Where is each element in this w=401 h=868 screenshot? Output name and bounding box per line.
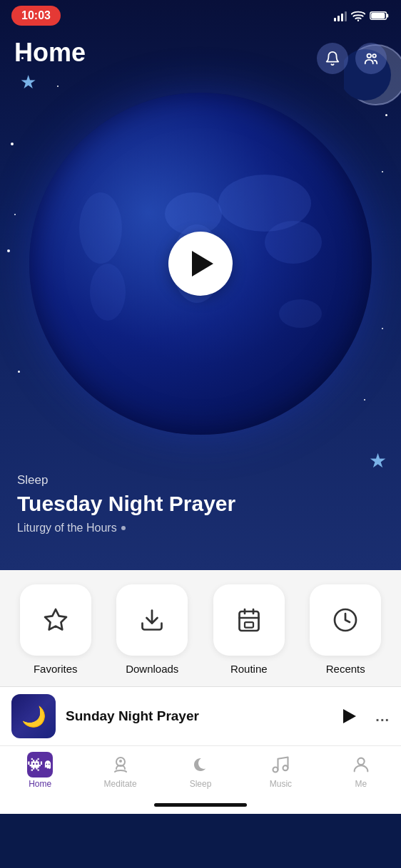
recent-more-button[interactable]: ... [375, 708, 390, 725]
svg-point-29 [357, 758, 364, 765]
dot-indicator [121, 526, 126, 530]
clock-icon [333, 607, 358, 633]
recent-item: 🌙 Sunday Night Prayer ... [0, 686, 401, 745]
me-nav-label: Me [355, 779, 367, 789]
downloads-label: Downloads [126, 663, 178, 675]
home-indicator-area [0, 795, 401, 814]
star-dot [382, 328, 383, 329]
nav-sleep[interactable]: Sleep [161, 753, 240, 789]
svg-rect-21 [245, 622, 253, 628]
sleep-icon [190, 754, 211, 775]
star-dot [385, 114, 387, 116]
page-title: Home [14, 40, 86, 66]
svg-point-24 [49, 764, 50, 765]
signal-icon [334, 10, 347, 21]
favorites-label: Favorites [34, 663, 78, 675]
home-nav-icon [27, 752, 53, 777]
svg-point-27 [273, 768, 278, 773]
play-icon [343, 709, 356, 723]
download-icon [139, 607, 165, 633]
music-icon [270, 755, 290, 775]
header: Home [0, 31, 401, 74]
svg-point-12 [79, 192, 122, 264]
now-playing-subtitle: Liturgy of the Hours [17, 522, 235, 534]
downloads-icon-box [116, 584, 188, 656]
quick-access-grid: Favorites Downloads Routine [0, 570, 401, 686]
meditate-icon [109, 753, 132, 776]
battery-icon [370, 10, 390, 21]
svg-point-13 [90, 264, 126, 321]
now-playing-info: Sleep Tuesday Night Prayer Liturgy of th… [17, 473, 235, 534]
wifi-icon [351, 10, 365, 21]
nav-meditate[interactable]: Meditate [80, 753, 160, 789]
svg-point-26 [119, 760, 122, 763]
me-icon [351, 755, 371, 775]
home-indicator [154, 803, 247, 807]
star-icon [43, 607, 68, 633]
bottom-nav: Home Meditate Sleep Mus [0, 745, 401, 795]
svg-point-23 [46, 764, 48, 765]
nav-me[interactable]: Me [321, 753, 401, 789]
group-button[interactable] [355, 43, 387, 74]
globe-sphere [29, 93, 372, 435]
group-icon [363, 51, 379, 66]
now-playing-title: Tuesday Night Prayer [17, 492, 235, 516]
recent-thumbnail: 🌙 [11, 694, 56, 738]
svg-marker-15 [45, 609, 66, 630]
routine-item[interactable]: Routine [205, 584, 293, 675]
downloads-item[interactable]: Downloads [108, 584, 197, 675]
favorites-item[interactable]: Favorites [11, 584, 100, 675]
play-button[interactable] [168, 232, 233, 296]
hero-section: ★ ★ 10:03 [0, 0, 401, 570]
header-actions [317, 43, 387, 74]
status-icons [334, 10, 390, 21]
recent-title: Sunday Night Prayer [66, 708, 327, 724]
music-nav-label: Music [270, 779, 292, 789]
play-icon [192, 251, 213, 277]
home-nav-label: Home [29, 779, 51, 789]
recent-info: Sunday Night Prayer [66, 708, 327, 724]
ghost-icon [43, 758, 53, 772]
routine-icon-box [213, 584, 285, 656]
bell-icon [325, 51, 340, 66]
recent-actions: ... [337, 703, 390, 729]
svg-rect-3 [371, 13, 385, 19]
sleep-nav-label: Sleep [190, 779, 212, 789]
calendar-icon [236, 607, 262, 633]
notifications-button[interactable] [317, 43, 348, 74]
recents-icon-box [310, 584, 381, 656]
svg-point-28 [283, 765, 288, 770]
meditate-nav-label: Meditate [104, 779, 137, 789]
routine-label: Routine [230, 663, 268, 675]
moon-thumb-icon: 🌙 [21, 705, 46, 728]
now-playing-category: Sleep [17, 473, 235, 487]
svg-point-0 [357, 19, 360, 21]
nav-home[interactable]: Home [0, 753, 80, 789]
deco-star-header: ★ [20, 71, 36, 93]
star-dot [11, 143, 14, 145]
star-dot [7, 249, 10, 252]
recent-play-button[interactable] [337, 703, 362, 729]
nav-music[interactable]: Music [240, 753, 320, 789]
svg-point-5 [372, 54, 376, 58]
star-dot [57, 86, 59, 87]
favorites-icon-box [20, 584, 91, 656]
star-dot [382, 171, 383, 172]
status-bar: 10:03 [0, 0, 401, 31]
deco-star: ★ [369, 449, 387, 472]
recents-item[interactable]: Recents [302, 584, 390, 675]
svg-rect-2 [387, 14, 389, 17]
globe [29, 93, 372, 435]
star-dot [18, 371, 20, 373]
time-display: 10:03 [11, 6, 61, 26]
recents-label: Recents [326, 663, 365, 675]
svg-point-14 [279, 299, 322, 328]
svg-point-11 [265, 221, 322, 264]
star-dot [14, 214, 16, 215]
svg-point-4 [367, 54, 372, 58]
